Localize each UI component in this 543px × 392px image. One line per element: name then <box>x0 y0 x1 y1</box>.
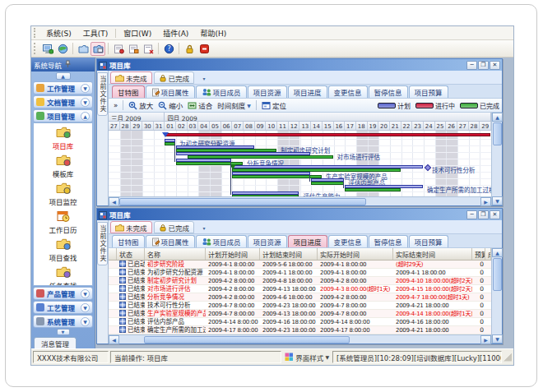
sidebar-group-工艺管理[interactable]: 工艺管理▼ <box>33 301 93 314</box>
sidebar-group-工作管理[interactable]: 工作管理▼ <box>33 81 93 95</box>
toolbar-grip[interactable] <box>34 43 38 54</box>
toolbar-overflow-chevron[interactable]: » <box>114 101 118 109</box>
tab-暂停信息[interactable]: 暂停信息 <box>369 85 408 98</box>
scroll-right-icon[interactable]: ▶ <box>480 335 491 344</box>
help-icon[interactable]: ? <box>161 42 176 56</box>
tab-项目进度[interactable]: 项目进度 <box>288 85 327 98</box>
tab-项目资源[interactable]: 项目资源 <box>248 235 287 247</box>
chevron-down-icon[interactable]: ▼ <box>81 98 90 107</box>
hscroll-thumb[interactable] <box>119 198 366 205</box>
chevron-down-icon[interactable]: ▼ <box>81 84 90 93</box>
pin-icon[interactable] <box>63 60 93 70</box>
tab-项目成员[interactable]: 项目成员 <box>196 235 247 247</box>
folder-tab-已完成[interactable]: 已完成 <box>154 221 195 233</box>
tab-甘特图[interactable]: 甘特图 <box>112 85 145 98</box>
sidebar-overflow-button[interactable]: ▼ <box>57 329 70 335</box>
current-folder-side-tab[interactable]: 当前文件夹 <box>97 222 108 265</box>
tab-项目进度[interactable]: 项目进度 <box>288 235 327 247</box>
folder-tab-未完成[interactable]: 未完成 <box>110 71 152 84</box>
menu-item-4[interactable]: 插件(A) <box>157 27 194 39</box>
table-row[interactable]: 已结束评估内部产品2009-4-14 8:00:002009-4-16 18:0… <box>109 318 491 326</box>
monitor-icon[interactable] <box>40 42 55 56</box>
chevron-up-icon[interactable]: ▲ <box>81 112 90 121</box>
table-hscrollbar[interactable]: ◀ ▶ <box>109 334 491 344</box>
column-header-预算[interactable]: 预算 <box>472 248 485 260</box>
column-header-实际结束时间[interactable]: 实际结束时间 <box>393 248 472 260</box>
lock-icon[interactable] <box>182 42 197 56</box>
folder-open-icon[interactable] <box>76 42 90 56</box>
column-header-计划结束时间[interactable]: 计划结束时间 <box>260 248 318 260</box>
restore-button[interactable]: ❐ <box>478 210 489 219</box>
folder-tab-已完成[interactable]: 已完成 <box>154 71 195 84</box>
sidebar-group-产品管理[interactable]: 产品管理▼ <box>33 287 93 300</box>
scroll-right-icon[interactable]: ▶ <box>480 197 491 206</box>
tab-暂停信息[interactable]: 暂停信息 <box>369 235 408 247</box>
minimize-button[interactable]: ─ <box>466 210 477 219</box>
tab-变更信息[interactable]: 变更信息 <box>328 235 368 247</box>
sidebar-item-项目监控[interactable]: 项目监控 <box>34 182 92 206</box>
tab-项目成员[interactable]: 项目成员 <box>196 85 247 98</box>
minimize-button[interactable]: ─ <box>466 61 477 70</box>
mail-check-icon[interactable] <box>126 42 141 56</box>
gantt-hscrollbar[interactable]: ◀ ▶ <box>109 196 491 205</box>
hscroll-thumb[interactable] <box>144 336 350 344</box>
globe-icon[interactable] <box>55 42 70 56</box>
table-row[interactable]: 已结束为初步研究分配资源2009-4-1 8:00:002009-4-1 18:… <box>109 269 491 277</box>
sidebar-group-文档管理[interactable]: 文档管理▼ <box>33 95 93 108</box>
column-header-计划开始时间[interactable]: 计划开始时间 <box>206 248 260 260</box>
table-row[interactable]: 已结束分析竞争情况2009-4-2 8:00:002009-4-6 18:00:… <box>109 293 491 302</box>
ui-style-selector[interactable]: 界面样式 ▼ <box>285 353 329 362</box>
progress-window-titlebar[interactable]: 项目库 ─ ❐ ✕ <box>97 209 502 220</box>
table-row[interactable]: 已启动初步研究阶段2009-4-1 8:00:002009-5-6 18:00:… <box>109 261 491 269</box>
sidebar-group-项目管理[interactable]: 项目管理▲ <box>33 109 93 122</box>
scroll-up-icon[interactable]: ▲ <box>492 113 503 122</box>
folder-tab-未完成[interactable]: 未完成 <box>110 221 152 233</box>
tab-甘特图[interactable]: 甘特图 <box>112 235 145 247</box>
column-header-成[interactable]: 成 <box>485 248 491 260</box>
menu-item-5[interactable]: 帮助(H) <box>194 27 232 39</box>
message-manager-tab[interactable]: 消息管理 <box>34 337 77 348</box>
vscroll-thumb[interactable] <box>493 122 502 145</box>
chevron-down-icon[interactable]: ▼ <box>81 317 90 326</box>
chevron-down-icon[interactable]: ▼ <box>81 303 90 312</box>
resize-grip[interactable] <box>504 353 512 362</box>
gantt-tool-适合[interactable]: 适合 <box>188 100 212 110</box>
chevron-down-icon[interactable]: ▼ <box>81 289 90 298</box>
folder-tab-overflow-button[interactable]: ▾ <box>199 74 209 84</box>
sidebar-item-工作日历[interactable]: 工作日历 <box>34 210 92 234</box>
column-header-状态[interactable]: 状态 <box>117 248 145 260</box>
mail-new-icon[interactable] <box>111 42 126 56</box>
gantt-tool-定位[interactable]: 定位 <box>262 100 286 110</box>
tab-变更信息[interactable]: 变更信息 <box>328 85 368 98</box>
tab-项目资源[interactable]: 项目资源 <box>248 85 287 98</box>
tab-项目属性[interactable]: 项目属性 <box>146 85 195 98</box>
folder-save-icon[interactable] <box>90 42 105 56</box>
table-row[interactable]: 已结束生产实验室规模的产品2009-4-7 8:00:002009-4-13 1… <box>109 310 491 318</box>
scroll-down-icon[interactable]: ▼ <box>492 196 503 205</box>
menubar-grip[interactable] <box>34 28 38 37</box>
folder-tab-overflow-button[interactable]: ▾ <box>199 224 209 233</box>
sidebar-group-系统管理[interactable]: 系统管理▼ <box>33 315 93 328</box>
table-row[interactable]: 已结束确定生产所需的加工过程2009-4-17 8:00:002009-4-23… <box>109 326 491 334</box>
column-header-名称[interactable]: 名称 <box>145 248 206 260</box>
menu-item-1[interactable]: 系统(S) <box>40 27 77 39</box>
gantt-tool-缩小[interactable]: 缩小 <box>158 100 183 110</box>
tab-项目预算[interactable]: 项目预算 <box>409 235 448 247</box>
menu-item-3[interactable]: 窗口(W) <box>118 27 157 39</box>
mail-del-icon[interactable] <box>141 42 155 56</box>
table-row[interactable]: 已结束制定初步研究计划2009-4-2 8:00:002009-4-8 18:0… <box>109 277 491 285</box>
tab-项目预算[interactable]: 项目预算 <box>409 85 448 98</box>
table-row[interactable]: 已结束技术可行性分析2009-4-7 8:00:002009-4-23 18:0… <box>109 302 491 310</box>
current-folder-side-tab[interactable]: 当前文件夹 <box>97 72 108 116</box>
sidebar-scroll-up-button[interactable]: ▲ <box>56 72 71 80</box>
sidebar-item-项目库[interactable]: 项目库 <box>34 126 92 150</box>
close-button[interactable]: ✕ <box>490 210 500 219</box>
scroll-left-icon[interactable]: ◀ <box>109 335 119 344</box>
gantt-window-titlebar[interactable]: 项目库 ─ ❐ ✕ <box>97 59 502 71</box>
gantt-vscrollbar[interactable]: ▲ ▼ <box>491 113 502 205</box>
scroll-left-icon[interactable]: ◀ <box>109 197 119 206</box>
gantt-tool-时间刻度[interactable]: 时间刻度▼ <box>217 100 251 110</box>
table-vscrollbar[interactable]: ▲ ▼ <box>491 248 502 344</box>
scroll-down-icon[interactable]: ▼ <box>492 334 503 344</box>
sidebar-item-任务查找[interactable]: 任务查找 <box>34 265 92 286</box>
